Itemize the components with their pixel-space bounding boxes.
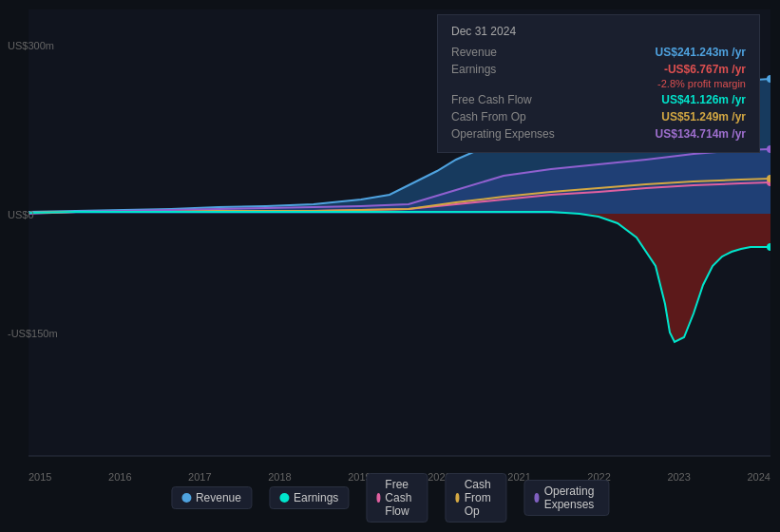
- y-axis-label: -US$150m: [8, 328, 58, 339]
- legend-label: Earnings: [294, 491, 338, 504]
- tooltip-row: Earnings-US$6.767m /yr: [451, 61, 746, 78]
- legend-item[interactable]: Cash From Op: [445, 473, 506, 522]
- legend-dot: [181, 493, 191, 503]
- tooltip-row: Free Cash FlowUS$41.126m /yr: [451, 91, 746, 108]
- legend-item[interactable]: Earnings: [269, 486, 349, 509]
- x-axis-label: 2016: [108, 471, 131, 483]
- tooltip-row: Operating ExpensesUS$134.714m /yr: [451, 125, 746, 142]
- tooltip-row-sub: -2.8% profit margin: [451, 78, 746, 91]
- tooltip-row-value: -US$6.767m /yr: [664, 63, 746, 76]
- legend-label: Cash From Op: [465, 478, 497, 518]
- tooltip-row-value: US$51.249m /yr: [661, 110, 746, 124]
- tooltip-row-label: Free Cash Flow: [451, 93, 565, 106]
- y-axis-label: US$0: [8, 209, 34, 220]
- y-axis-label: US$300m: [8, 40, 54, 51]
- legend: RevenueEarningsFree Cash FlowCash From O…: [171, 473, 609, 522]
- legend-dot: [534, 493, 539, 503]
- tooltip-row-value: US$241.243m /yr: [656, 46, 746, 59]
- tooltip-date: Dec 31 2024: [451, 25, 746, 38]
- tooltip-row-label: Revenue: [451, 46, 565, 59]
- legend-item[interactable]: Free Cash Flow: [366, 473, 428, 522]
- tooltip-row: RevenueUS$241.243m /yr: [451, 44, 746, 61]
- legend-dot: [279, 493, 289, 503]
- legend-label: Revenue: [196, 491, 241, 504]
- x-axis-label: 2023: [667, 471, 690, 483]
- x-axis-label: 2015: [29, 471, 51, 483]
- legend-dot: [376, 493, 380, 503]
- tooltip-box: Dec 31 2024 RevenueUS$241.243m /yrEarnin…: [437, 14, 760, 153]
- tooltip-row-label: Cash From Op: [451, 110, 565, 124]
- legend-label: Operating Expenses: [544, 484, 599, 511]
- legend-item[interactable]: Operating Expenses: [523, 480, 609, 516]
- legend-label: Free Cash Flow: [385, 478, 417, 518]
- tooltip-row-value: US$134.714m /yr: [656, 127, 746, 141]
- x-axis-label: 2024: [747, 471, 770, 483]
- tooltip-row: Cash From OpUS$51.249m /yr: [451, 108, 746, 125]
- chart-container: Dec 31 2024 RevenueUS$241.243m /yrEarnin…: [0, 0, 780, 532]
- tooltip-row-value: US$41.126m /yr: [661, 93, 746, 106]
- legend-item[interactable]: Revenue: [171, 486, 252, 509]
- legend-dot: [455, 493, 459, 503]
- tooltip-row-label: Earnings: [451, 63, 565, 76]
- tooltip-row-label: Operating Expenses: [451, 127, 565, 141]
